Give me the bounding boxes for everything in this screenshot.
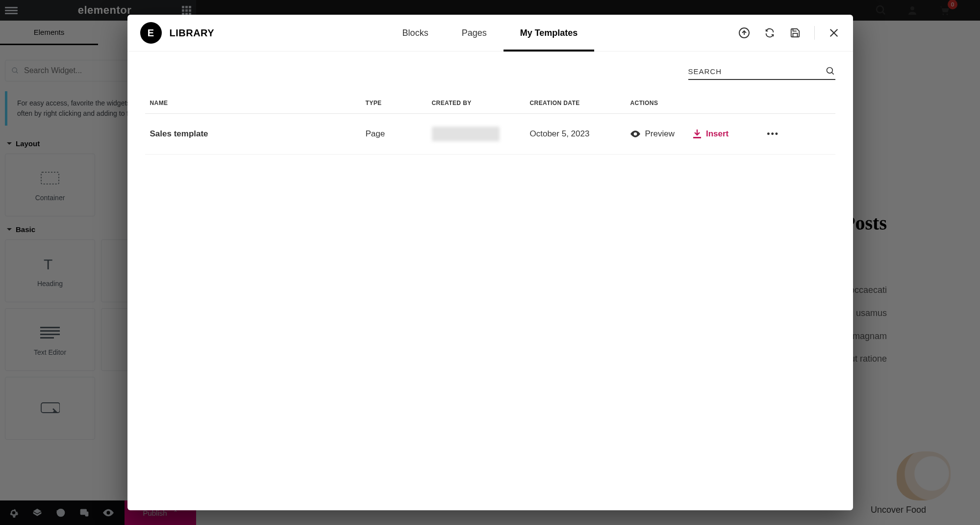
svg-rect-21 [693, 137, 701, 138]
col-creation-date: CREATION DATE [530, 100, 630, 106]
close-icon[interactable] [828, 26, 840, 39]
eye-icon [630, 131, 640, 137]
col-name: NAME [150, 100, 366, 106]
modal-body: NAME TYPE CREATED BY CREATION DATE ACTIO… [127, 52, 853, 510]
blurred-author [432, 127, 500, 141]
modal-header: E LIBRARY Blocks Pages My Templates [127, 15, 853, 52]
insert-label: Insert [706, 129, 729, 139]
library-modal: E LIBRARY Blocks Pages My Templates [127, 15, 853, 510]
row-actions: Preview Insert ••• [630, 129, 830, 139]
template-search-input[interactable] [688, 67, 821, 76]
col-type: TYPE [366, 100, 432, 106]
library-modal-wrap: E LIBRARY Blocks Pages My Templates [0, 0, 980, 525]
cell-created-by [432, 127, 530, 141]
cell-date: October 5, 2023 [530, 129, 630, 139]
template-search[interactable] [688, 66, 835, 80]
modal-actions [738, 26, 840, 40]
tab-my-templates[interactable]: My Templates [503, 15, 595, 52]
library-logo-icon: E [140, 22, 162, 44]
col-created-by: CREATED BY [432, 100, 530, 106]
more-actions-icon[interactable]: ••• [767, 129, 779, 139]
cell-name: Sales template [150, 129, 366, 139]
col-actions: ACTIONS [630, 100, 830, 106]
tab-pages[interactable]: Pages [445, 15, 503, 52]
preview-label: Preview [645, 129, 675, 139]
svg-point-19 [827, 68, 832, 74]
search-icon[interactable] [826, 66, 835, 76]
insert-button[interactable]: Insert [693, 129, 729, 139]
table-header: NAME TYPE CREATED BY CREATION DATE ACTIO… [145, 100, 835, 114]
svg-line-20 [831, 73, 833, 75]
download-icon [693, 130, 701, 138]
sync-icon[interactable] [763, 26, 776, 39]
table-row: Sales template Page October 5, 2023 Prev… [145, 114, 835, 155]
library-title: LIBRARY [170, 27, 215, 39]
upload-icon[interactable] [738, 26, 751, 39]
cell-type: Page [366, 129, 432, 139]
library-tabs: Blocks Pages My Templates [386, 15, 595, 52]
divider [814, 26, 815, 40]
tab-blocks[interactable]: Blocks [386, 15, 445, 52]
save-icon[interactable] [789, 26, 802, 39]
preview-button[interactable]: Preview [630, 129, 675, 139]
